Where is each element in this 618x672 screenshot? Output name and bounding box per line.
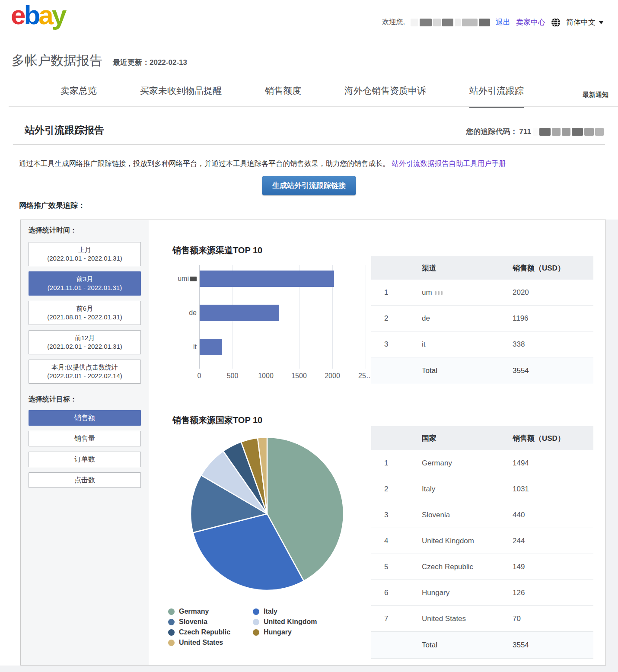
last-updated: 最近更新：2022-02-13 bbox=[113, 57, 187, 67]
legend-item-hungary[interactable]: Hungary bbox=[253, 628, 317, 636]
value-cell: 1494 bbox=[513, 459, 593, 468]
country-table-row: 4United Kingdom244 bbox=[371, 528, 593, 554]
bar-de[interactable] bbox=[200, 305, 279, 321]
background-bottom bbox=[0, 666, 618, 672]
ebay-seller-report-page: ebay 欢迎您, 退出 卖家中心 简体中文 多帐户数据报告 最近更新：2022… bbox=[0, 0, 618, 672]
redacted-tracking-code bbox=[533, 127, 604, 136]
country-name-cell: United States bbox=[422, 615, 513, 623]
legend-item-czech-republic[interactable]: Czech Republic bbox=[168, 628, 253, 636]
time-range-button-2[interactable]: 前6月(2021.08.01 - 2022.01.31) bbox=[29, 301, 141, 325]
channel-header: 渠道 bbox=[422, 263, 513, 273]
value-cell: 1031 bbox=[513, 485, 593, 494]
pie-chart-title: 销售额来源国家TOP 10 bbox=[172, 414, 262, 426]
legend-dot bbox=[168, 619, 175, 625]
target-options: 销售额销售量订单数点击数 bbox=[29, 410, 141, 488]
country-table-row: 7United States70 bbox=[371, 606, 593, 632]
time-options: 上月(2022.01.01 - 2022.01.31)前3月(2021.11.0… bbox=[29, 242, 141, 384]
legend-label: United States bbox=[179, 639, 223, 647]
welcome-text: 欢迎您, bbox=[382, 18, 405, 27]
tracking-code: 您的追踪代码： 711 bbox=[466, 127, 604, 137]
x-tick-label: 25… bbox=[358, 372, 373, 380]
redacted-block bbox=[562, 128, 570, 136]
legend-item-italy[interactable]: Italy bbox=[253, 608, 317, 615]
bar-it[interactable] bbox=[200, 339, 222, 355]
globe-icon bbox=[551, 18, 561, 27]
tab-bar: 卖家总览买家未收到物品提醒销售额度海外仓销售资质申诉站外引流跟踪 bbox=[61, 85, 524, 108]
legend-label: Czech Republic bbox=[179, 628, 230, 636]
redacted-block bbox=[479, 19, 490, 26]
target-metric-button-0[interactable]: 销售额 bbox=[29, 410, 141, 426]
value-cell: 2020 bbox=[513, 288, 593, 297]
time-range-title: 前12月 bbox=[75, 334, 95, 342]
bar-chart-plot: 050010001500200025…umideit bbox=[199, 265, 366, 369]
bar-category-label: it bbox=[169, 343, 197, 351]
legend-label: Hungary bbox=[264, 628, 292, 636]
tab-seller-overview[interactable]: 卖家总览 bbox=[61, 85, 97, 108]
value-cell: 70 bbox=[513, 615, 593, 623]
generate-tracking-link-button[interactable]: 生成站外引流跟踪链接 bbox=[262, 176, 356, 195]
tab-overseas-warehouse-appeal[interactable]: 海外仓销售资质申诉 bbox=[344, 85, 426, 108]
x-tick-label: 2000 bbox=[325, 372, 340, 380]
country-name-cell: United Kingdom bbox=[422, 537, 513, 545]
language-label: 简体中文 bbox=[566, 17, 596, 27]
legend-dot bbox=[168, 640, 175, 646]
logo-letter: b bbox=[24, 0, 38, 30]
tab-divider bbox=[9, 106, 618, 107]
time-range-button-3[interactable]: 前12月(2021.02.01 - 2022.01.31) bbox=[29, 330, 141, 354]
target-metric-button-3[interactable]: 点击数 bbox=[29, 472, 141, 488]
redacted-block bbox=[433, 19, 441, 26]
redacted-block bbox=[533, 128, 538, 136]
report-title: 站外引流跟踪报告 bbox=[25, 124, 104, 137]
tab-buyer-inr-reminder[interactable]: 买家未收到物品提醒 bbox=[140, 85, 222, 108]
tab-sales-quota[interactable]: 销售额度 bbox=[265, 85, 301, 108]
seller-center-link[interactable]: 卖家中心 bbox=[516, 17, 545, 27]
channel-table-row: 2de1196 bbox=[371, 306, 593, 331]
logout-link[interactable]: 退出 bbox=[496, 17, 510, 27]
redacted-block bbox=[420, 19, 432, 26]
channel-total-row: Total3554 bbox=[371, 357, 593, 384]
legend-item-united-states[interactable]: United States bbox=[168, 639, 253, 647]
gridline bbox=[366, 265, 366, 369]
title-row: 多帐户数据报告 最近更新：2022-02-13 bbox=[12, 52, 187, 70]
target-metric-button-1[interactable]: 销售量 bbox=[29, 431, 141, 446]
country-table-row: 3Slovenia440 bbox=[371, 502, 593, 528]
manual-link[interactable]: 站外引流数据报告自助工具用户手册 bbox=[392, 159, 506, 167]
time-range-button-1[interactable]: 前3月(2021.11.01 - 2022.01.31) bbox=[29, 271, 141, 296]
bar-umi[interactable] bbox=[200, 271, 334, 287]
redacted-block bbox=[455, 19, 461, 26]
ebay-logo[interactable]: ebay bbox=[11, 1, 65, 29]
time-range-button-4[interactable]: 本月:仅提供点击数统计(2022.02.01 - 2022.02.14) bbox=[29, 360, 141, 384]
time-range-button-0[interactable]: 上月(2022.01.01 - 2022.01.31) bbox=[29, 242, 141, 266]
channel-table: 渠道 销售额（USD） 1um20202de11963it338Total355… bbox=[371, 256, 593, 384]
language-selector[interactable]: 简体中文 bbox=[566, 17, 604, 27]
target-metric-button-2[interactable]: 订单数 bbox=[29, 452, 141, 467]
legend-dot bbox=[253, 629, 259, 636]
country-table-row: 6Hungary126 bbox=[371, 580, 593, 606]
rank-cell: 7 bbox=[371, 615, 422, 623]
rank-cell: 4 bbox=[371, 537, 422, 545]
legend-label: United Kingdom bbox=[264, 618, 317, 626]
effect-tracking-label: 网络推广效果追踪： bbox=[19, 201, 85, 210]
legend-label: Italy bbox=[264, 608, 277, 615]
filter-sidebar: 选择统计时间： 上月(2022.01.01 - 2022.01.31)前3月(2… bbox=[21, 220, 149, 665]
legend-item-germany[interactable]: Germany bbox=[168, 608, 253, 615]
time-range-title: 前6月 bbox=[76, 304, 93, 313]
latest-notice-link[interactable]: 最新通知 bbox=[583, 91, 608, 99]
country-name-cell: Italy bbox=[422, 485, 513, 494]
legend-item-united-kingdom[interactable]: United Kingdom bbox=[253, 618, 317, 626]
tab-offsite-traffic-tracking[interactable]: 站外引流跟踪 bbox=[469, 85, 524, 108]
tracking-code-value: 711 bbox=[519, 127, 531, 136]
time-range-dates: (2022.02.01 - 2022.02.14) bbox=[47, 372, 122, 380]
header-user-bar: 欢迎您, 退出 卖家中心 简体中文 bbox=[382, 17, 604, 27]
rank-cell: 2 bbox=[371, 314, 422, 323]
country-name-cell: Germany bbox=[422, 459, 513, 468]
legend-label: Slovenia bbox=[179, 618, 207, 626]
redacted-block bbox=[411, 19, 418, 26]
legend-item-slovenia[interactable]: Slovenia bbox=[168, 618, 253, 626]
sales-header: 销售额（USD） bbox=[513, 433, 593, 443]
redacted-suffix bbox=[433, 288, 443, 297]
updated-date: 2022-02-13 bbox=[150, 58, 187, 67]
x-tick-label: 0 bbox=[198, 372, 201, 380]
redacted-channel-name bbox=[190, 277, 197, 281]
bar-chart-title: 销售额来源渠道TOP 10 bbox=[172, 245, 414, 256]
